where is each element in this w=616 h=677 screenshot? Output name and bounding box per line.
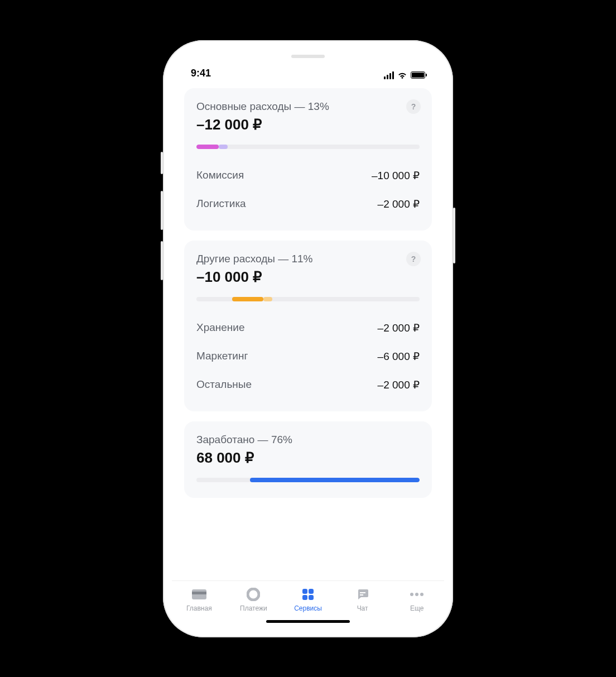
status-time: 9:41 bbox=[191, 68, 211, 79]
line-item[interactable]: Логистика–2 000 ₽ bbox=[196, 190, 420, 218]
svg-rect-1 bbox=[192, 592, 206, 594]
svg-rect-7 bbox=[360, 592, 365, 593]
progress-bar bbox=[196, 297, 420, 301]
svg-point-10 bbox=[415, 593, 418, 596]
line-item-value: –2 000 ₽ bbox=[378, 378, 420, 391]
svg-rect-8 bbox=[360, 594, 363, 596]
card-amount: –12 000 ₽ bbox=[196, 116, 420, 133]
tab-payments[interactable]: Платежи bbox=[234, 587, 273, 612]
card-amount: 68 000 ₽ bbox=[196, 449, 420, 467]
svg-rect-6 bbox=[309, 595, 314, 600]
line-item[interactable]: Хранение–2 000 ₽ bbox=[196, 314, 420, 342]
line-item-label: Хранение bbox=[196, 321, 245, 334]
content: ? Основные расходы — 13% –12 000 ₽ Комис… bbox=[172, 80, 444, 580]
dots-icon bbox=[409, 587, 425, 602]
card-title: Другие расходы — 11% bbox=[196, 253, 420, 265]
progress-bar bbox=[196, 478, 420, 482]
line-item-value: –2 000 ₽ bbox=[378, 198, 420, 210]
line-item[interactable]: Маркетинг–6 000 ₽ bbox=[196, 342, 420, 371]
line-item[interactable]: Остальные–2 000 ₽ bbox=[196, 371, 420, 399]
help-icon[interactable]: ? bbox=[406, 252, 421, 266]
tab-label: Еще bbox=[410, 604, 424, 612]
signal-icon bbox=[384, 71, 394, 79]
grid-icon bbox=[300, 587, 316, 602]
home-indicator[interactable] bbox=[266, 620, 350, 623]
help-icon[interactable]: ? bbox=[406, 99, 421, 114]
line-item-value: –6 000 ₽ bbox=[378, 350, 420, 363]
notch bbox=[258, 49, 358, 66]
wifi-icon bbox=[397, 71, 407, 79]
svg-point-11 bbox=[420, 593, 424, 596]
line-item-value: –10 000 ₽ bbox=[372, 169, 420, 182]
line-item[interactable]: Комиссия–10 000 ₽ bbox=[196, 161, 420, 190]
card-title: Основные расходы — 13% bbox=[196, 100, 420, 113]
tab-more[interactable]: Еще bbox=[397, 587, 436, 612]
line-item-label: Логистика bbox=[196, 198, 246, 210]
card-other-expenses[interactable]: ? Другие расходы — 11% –10 000 ₽ Хранени… bbox=[184, 241, 432, 411]
phone-frame: 9:41 ? Основные расходы — 13% –12 000 ₽ … bbox=[163, 40, 453, 637]
line-item-value: –2 000 ₽ bbox=[378, 321, 420, 334]
phone-screen: 9:41 ? Основные расходы — 13% –12 000 ₽ … bbox=[172, 49, 444, 628]
battery-icon bbox=[411, 71, 425, 79]
tab-label: Чат bbox=[357, 604, 368, 612]
card-amount: –10 000 ₽ bbox=[196, 268, 420, 286]
line-item-label: Остальные bbox=[196, 378, 252, 391]
svg-point-9 bbox=[410, 593, 413, 596]
tab-label: Сервисы bbox=[294, 604, 322, 612]
tab-home[interactable]: Главная bbox=[180, 587, 219, 612]
card-icon bbox=[191, 587, 207, 602]
tab-services[interactable]: Сервисы bbox=[288, 587, 328, 612]
svg-rect-4 bbox=[309, 589, 314, 594]
tab-label: Платежи bbox=[240, 604, 267, 612]
line-items: Комиссия–10 000 ₽Логистика–2 000 ₽ bbox=[196, 161, 420, 218]
svg-point-2 bbox=[248, 589, 259, 600]
svg-rect-5 bbox=[302, 595, 307, 600]
tab-chat[interactable]: Чат bbox=[343, 587, 382, 612]
tab-label: Главная bbox=[186, 604, 212, 612]
line-items: Хранение–2 000 ₽Маркетинг–6 000 ₽Остальн… bbox=[196, 314, 420, 399]
circle-icon bbox=[246, 587, 261, 602]
card-title: Заработано — 76% bbox=[196, 434, 420, 446]
svg-rect-3 bbox=[302, 589, 307, 594]
card-main-expenses[interactable]: ? Основные расходы — 13% –12 000 ₽ Комис… bbox=[184, 88, 432, 231]
line-item-label: Маркетинг bbox=[196, 350, 248, 362]
chat-icon bbox=[355, 587, 370, 602]
line-item-label: Комиссия bbox=[196, 169, 244, 181]
progress-bar bbox=[196, 145, 420, 149]
card-earned[interactable]: Заработано — 76% 68 000 ₽ bbox=[184, 421, 432, 498]
